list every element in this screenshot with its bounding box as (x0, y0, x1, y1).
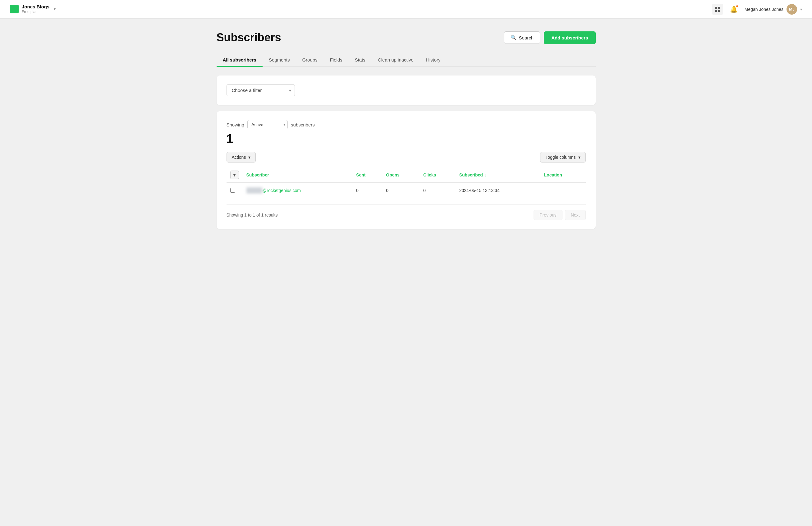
sort-arrow-icon: ↓ (484, 173, 486, 177)
grid-icon-button[interactable] (712, 4, 723, 15)
actions-button[interactable]: Actions ▾ (227, 152, 256, 162)
svg-rect-2 (715, 10, 717, 12)
user-chevron-icon: ▾ (800, 7, 802, 12)
search-button[interactable]: 🔍 Search (504, 31, 540, 44)
col-opens-label: Opens (386, 172, 400, 177)
col-clicks-label: Clicks (423, 172, 436, 177)
tab-stats-label: Stats (355, 57, 365, 62)
showing-header: Showing Active Inactive Unsubscribed All… (227, 120, 586, 129)
grid-icon (715, 6, 720, 12)
previous-button[interactable]: Previous (534, 210, 562, 220)
brand-info: Jones Blogs Free plan (22, 4, 49, 14)
add-subscribers-button[interactable]: Add subscribers (544, 31, 595, 44)
column-dropdown-button[interactable]: ▾ (230, 171, 239, 179)
tab-fields-label: Fields (330, 57, 343, 62)
filter-select-wrapper: Choose a filter Email Name Tags Location… (227, 84, 295, 96)
avatar-initials: MJ (789, 7, 795, 12)
table-cell-opens: 0 (382, 183, 420, 198)
tabs-navigation: All subscribers Segments Groups Fields S… (217, 54, 596, 67)
tab-groups-label: Groups (302, 57, 317, 62)
svg-rect-0 (715, 7, 717, 9)
subscribers-card: Showing Active Inactive Unsubscribed All… (217, 111, 596, 229)
row-checkbox[interactable] (230, 188, 235, 193)
page-header: Subscribers 🔍 Search Add subscribers (217, 31, 596, 44)
table-cell-location (540, 183, 586, 198)
tab-fields[interactable]: Fields (324, 54, 349, 66)
svg-rect-1 (718, 7, 720, 9)
col-location-label: Location (544, 172, 562, 177)
column-dropdown-icon: ▾ (233, 173, 235, 177)
tab-clean-up-inactive-label: Clean up inactive (378, 57, 414, 62)
page-title: Subscribers (217, 31, 281, 44)
pagination-row: Showing 1 to 1 of 1 results Previous Nex… (227, 204, 586, 220)
col-sent-label: Sent (356, 172, 365, 177)
status-select-wrapper: Active Inactive Unsubscribed All ▾ (247, 120, 288, 129)
filter-card: Choose a filter Email Name Tags Location… (217, 75, 596, 105)
toggle-columns-chevron-icon: ▾ (578, 155, 580, 160)
table-cell-subscriber: blurred@rocketgenius.com (243, 183, 353, 198)
table-header-checkbox-col: ▾ (227, 167, 243, 183)
pagination-buttons: Previous Next (534, 210, 585, 220)
brand-icon (10, 5, 19, 13)
brand-area: Jones Blogs Free plan ▾ (10, 4, 56, 14)
col-subscriber-label: Subscriber (246, 172, 269, 177)
table-toolbar: Actions ▾ Toggle columns ▾ (227, 152, 586, 162)
toggle-columns-label: Toggle columns (546, 155, 576, 160)
subscribers-table: ▾ Subscriber Sent (227, 167, 586, 198)
subscriber-email[interactable]: blurred@rocketgenius.com (246, 188, 301, 193)
table-header-sent[interactable]: Sent (352, 167, 382, 183)
pagination-info: Showing 1 to 1 of 1 results (227, 213, 278, 218)
email-prefix: blurred (246, 187, 263, 193)
page-wrapper: Subscribers 🔍 Search Add subscribers All… (204, 19, 608, 248)
header-actions: 🔍 Search Add subscribers (504, 31, 596, 44)
tab-clean-up-inactive[interactable]: Clean up inactive (372, 54, 420, 66)
col-subscribed-label: Subscribed (459, 172, 483, 177)
user-name: Megan Jones Jones (744, 7, 783, 12)
status-select[interactable]: Active Inactive Unsubscribed All (247, 120, 288, 129)
user-menu[interactable]: Megan Jones Jones MJ ▾ (744, 4, 802, 15)
top-navigation: Jones Blogs Free plan ▾ 🔔 Megan Jones Jo… (0, 0, 812, 19)
brand-name: Jones Blogs (22, 4, 49, 10)
notifications-button[interactable]: 🔔 (729, 4, 739, 14)
table-cell-checkbox (227, 183, 243, 198)
svg-rect-3 (718, 10, 720, 12)
tab-history-label: History (426, 57, 441, 62)
actions-label: Actions (232, 155, 246, 160)
search-button-label: Search (519, 35, 534, 40)
search-icon: 🔍 (510, 35, 517, 40)
toggle-columns-button[interactable]: Toggle columns ▾ (540, 152, 585, 162)
topnav-right: 🔔 Megan Jones Jones MJ ▾ (712, 4, 802, 15)
avatar: MJ (786, 4, 797, 15)
table-cell-clicks: 0 (420, 183, 455, 198)
next-button[interactable]: Next (565, 210, 586, 220)
subscriber-count: 1 (227, 132, 586, 146)
filter-select[interactable]: Choose a filter Email Name Tags Location (227, 84, 295, 96)
table-header-location[interactable]: Location (540, 167, 586, 183)
tab-segments[interactable]: Segments (263, 54, 296, 66)
actions-chevron-icon: ▾ (248, 155, 250, 160)
tab-segments-label: Segments (269, 57, 290, 62)
table-cell-subscribed: 2024-05-15 13:13:34 (455, 183, 540, 198)
showing-prefix: Showing (227, 122, 245, 127)
brand-plan: Free plan (22, 10, 49, 14)
table-row: blurred@rocketgenius.com 0 0 0 2024-05-1… (227, 183, 586, 198)
showing-suffix: subscribers (291, 122, 315, 127)
table-header-subscribed[interactable]: Subscribed ↓ (455, 167, 540, 183)
table-cell-sent: 0 (352, 183, 382, 198)
notification-dot (736, 5, 738, 8)
tab-all-subscribers-label: All subscribers (223, 57, 256, 62)
brand-chevron-icon[interactable]: ▾ (54, 7, 56, 11)
tab-groups[interactable]: Groups (296, 54, 323, 66)
table-header-opens[interactable]: Opens (382, 167, 420, 183)
tab-history[interactable]: History (420, 54, 447, 66)
tab-all-subscribers[interactable]: All subscribers (217, 54, 263, 66)
table-header-clicks[interactable]: Clicks (420, 167, 455, 183)
tab-stats[interactable]: Stats (349, 54, 372, 66)
table-header-subscriber[interactable]: Subscriber (243, 167, 353, 183)
email-domain: @rocketgenius.com (262, 188, 301, 193)
